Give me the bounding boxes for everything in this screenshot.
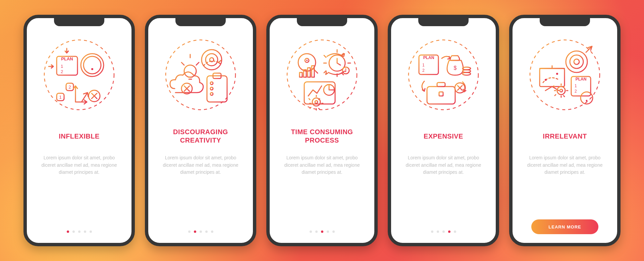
- dot[interactable]: [448, 230, 450, 233]
- dot[interactable]: [454, 230, 456, 233]
- screen-title: EXPENSIVE: [424, 127, 463, 145]
- svg-point-15: [206, 54, 218, 66]
- screen-title: INFLEXIBLE: [59, 127, 100, 145]
- time-consuming-icon: [283, 36, 361, 113]
- phone-notch: [54, 18, 104, 26]
- svg-point-53: [570, 55, 583, 68]
- svg-text:2: 2: [61, 69, 63, 74]
- screen-description: Lorem ipsum dolor sit amet, probo dicere…: [403, 154, 484, 176]
- dot[interactable]: [315, 230, 318, 233]
- phone-screen-5: PLAN 1 2 IRRELEVANT Lorem ipsum dolor si…: [509, 15, 621, 246]
- svg-point-14: [202, 50, 222, 70]
- dot[interactable]: [321, 230, 323, 233]
- screen-description: Lorem ipsum dolor sit amet, probo dicere…: [160, 154, 241, 176]
- phone-notch: [418, 18, 469, 26]
- screen-description: Lorem ipsum dolor sit amet, probo dicere…: [282, 154, 362, 176]
- svg-point-0: [44, 40, 114, 110]
- dot[interactable]: [211, 230, 213, 233]
- svg-point-21: [210, 82, 213, 85]
- phone-screen-4: PLAN 1 2 $: [388, 15, 499, 246]
- svg-point-52: [566, 51, 587, 72]
- dot[interactable]: [332, 230, 335, 233]
- dot[interactable]: [194, 230, 196, 233]
- svg-point-7: [91, 68, 93, 70]
- page-dots: [431, 230, 456, 234]
- dot[interactable]: [431, 230, 433, 233]
- svg-point-65: [586, 100, 588, 102]
- inflexible-icon: PLAN 1 2: [41, 36, 118, 113]
- svg-text:1: 1: [59, 95, 61, 100]
- dot[interactable]: [67, 230, 69, 233]
- learn-more-button[interactable]: LEARN MORE: [531, 219, 598, 234]
- svg-rect-30: [308, 68, 310, 77]
- svg-point-37: [315, 101, 318, 103]
- svg-text:$: $: [454, 65, 457, 71]
- phone-notch: [175, 18, 226, 26]
- svg-point-13: [166, 40, 235, 110]
- svg-point-54: [574, 59, 579, 64]
- svg-text:1: 1: [575, 84, 577, 88]
- page-dots: [67, 230, 92, 234]
- dot[interactable]: [310, 230, 312, 233]
- svg-rect-48: [437, 83, 445, 87]
- phone-screen-2: DISCOURAGING CREATIVITY Lorem ipsum dolo…: [145, 15, 256, 246]
- svg-text:PLAN: PLAN: [576, 77, 587, 82]
- svg-text:PLAN: PLAN: [61, 56, 73, 61]
- screen-description: Lorem ipsum dolor sit amet, probo dicere…: [525, 154, 605, 176]
- svg-point-23: [210, 93, 213, 95]
- svg-point-22: [210, 87, 213, 90]
- svg-point-56: [545, 79, 547, 81]
- svg-rect-47: [427, 87, 455, 104]
- phone-notch: [540, 18, 590, 26]
- phone-screen-1: PLAN 1 2: [23, 15, 135, 246]
- svg-text:2: 2: [422, 68, 425, 73]
- dot[interactable]: [437, 230, 439, 233]
- svg-rect-31: [312, 66, 314, 77]
- svg-text:2: 2: [68, 85, 71, 90]
- screen-title: TIME CONSUMING PROCESS: [277, 127, 367, 145]
- onboarding-row: PLAN 1 2: [23, 15, 621, 246]
- dot[interactable]: [327, 230, 329, 233]
- svg-text:2: 2: [575, 89, 577, 94]
- dot[interactable]: [72, 230, 75, 233]
- svg-point-46: [463, 67, 471, 70]
- page-dots: [310, 230, 335, 234]
- irrelevant-icon: PLAN 1 2: [526, 36, 603, 113]
- dot[interactable]: [84, 230, 86, 233]
- screen-title: IRRELEVANT: [543, 127, 587, 145]
- svg-text:1: 1: [422, 63, 425, 67]
- dot[interactable]: [78, 230, 80, 233]
- phone-notch: [297, 18, 347, 26]
- svg-point-57: [556, 73, 558, 75]
- svg-text:1: 1: [61, 64, 63, 69]
- discouraging-creativity-icon: [162, 36, 239, 113]
- page-dots: [188, 230, 213, 234]
- phone-screen-3: TIME CONSUMING PROCESS Lorem ipsum dolor…: [266, 15, 378, 246]
- dot[interactable]: [442, 230, 445, 233]
- dot[interactable]: [205, 230, 208, 233]
- screen-description: Lorem ipsum dolor sit amet, probo dicere…: [39, 154, 119, 176]
- svg-point-24: [287, 40, 357, 110]
- svg-point-27: [306, 60, 308, 61]
- svg-rect-28: [300, 72, 302, 77]
- expensive-icon: PLAN 1 2 $: [405, 36, 482, 113]
- screen-title: DISCOURAGING CREATIVITY: [156, 127, 246, 145]
- dot[interactable]: [188, 230, 191, 233]
- dot[interactable]: [90, 230, 92, 233]
- svg-text:PLAN: PLAN: [423, 55, 434, 60]
- svg-point-59: [560, 89, 562, 92]
- dot[interactable]: [200, 230, 202, 233]
